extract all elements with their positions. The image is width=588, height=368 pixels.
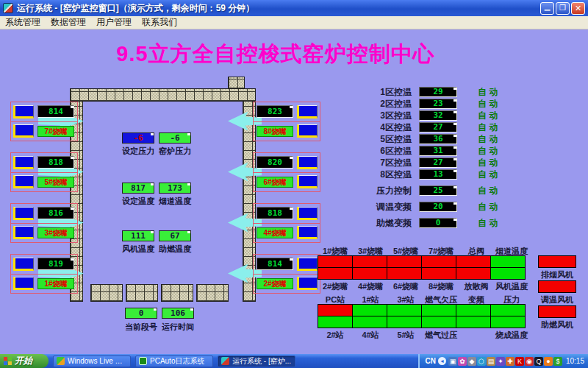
status-cell[interactable] <box>456 304 491 316</box>
auto-mode-button[interactable]: 自 动 <box>478 201 498 213</box>
status-cell[interactable] <box>421 255 456 268</box>
taskbar: 开始 Windows Live Mes... PCAuto日志系统 运行系统 -… <box>0 354 588 368</box>
diamond-icon[interactable]: ◆ <box>467 357 476 366</box>
status-cell[interactable] <box>387 255 422 268</box>
status-cell[interactable] <box>352 316 387 328</box>
fan-status-box[interactable] <box>538 280 576 293</box>
fan-label: 排烟风机 <box>537 269 578 280</box>
status-cell[interactable] <box>352 304 387 316</box>
burner-temp-display: 818 <box>257 207 293 219</box>
status-cell[interactable] <box>318 316 353 328</box>
menu-item-data-management[interactable]: 数据管理 <box>51 16 86 29</box>
status-cell[interactable] <box>318 255 353 268</box>
status-cell[interactable] <box>490 255 526 268</box>
set-temp-display: 817 <box>122 183 154 194</box>
control-value-display: 0 <box>419 218 457 228</box>
indicator-lamp <box>13 175 34 188</box>
indicator-lamp <box>13 226 34 239</box>
comb-temp-label: 助燃温度 <box>156 244 194 255</box>
burner-name-button[interactable]: 8#烧嘴 <box>257 126 293 137</box>
status-cell[interactable] <box>490 267 526 280</box>
control-value-display: 23 <box>419 99 457 109</box>
shield-icon[interactable]: ◉ <box>525 357 534 366</box>
auto-mode-button[interactable]: 自 动 <box>478 217 498 230</box>
indicator-lamp <box>13 124 34 138</box>
tray-chevron-icon[interactable] <box>438 357 446 365</box>
main-panel: 9.5立方全自控梭式窑炉控制中心 814 7#烧嘴 818 5#烧嘴 816 3… <box>0 29 588 354</box>
folder-icon[interactable]: ▤ <box>487 357 495 366</box>
kiln-wall-top <box>70 88 256 102</box>
window-title: 运行系统 - [窑炉监控窗口]（演示方式，剩余时间：59 分钟） <box>17 2 254 15</box>
penguin-icon[interactable]: Q <box>534 357 543 366</box>
coin-icon[interactable]: $ <box>553 357 562 366</box>
status-cell[interactable] <box>318 267 353 280</box>
status-cell[interactable] <box>456 255 491 268</box>
antivirus-icon[interactable]: K <box>515 357 524 366</box>
auto-mode-button[interactable]: 自 动 <box>478 185 498 197</box>
control-value-display: 27 <box>419 158 457 168</box>
auto-mode-button[interactable]: 自 动 <box>478 98 498 110</box>
status-cell[interactable] <box>352 267 387 280</box>
auto-mode-button[interactable]: 自 动 <box>478 86 498 99</box>
plus-icon[interactable]: ✚ <box>506 357 514 366</box>
minimize-button[interactable] <box>540 2 554 15</box>
burner-name-button[interactable]: 5#烧嘴 <box>37 177 74 188</box>
status-cell[interactable] <box>318 304 353 316</box>
flue-temp-label: 烟道温度 <box>156 196 194 207</box>
status-cell[interactable] <box>421 267 456 280</box>
indicator-lamp <box>297 277 318 290</box>
auto-mode-button[interactable]: 自 动 <box>478 110 498 122</box>
task-button-pcauto-log[interactable]: PCAuto日志系统 <box>135 355 213 367</box>
task-button-messenger[interactable]: Windows Live Mes... <box>53 355 131 367</box>
title-bar[interactable]: 运行系统 - [窑炉监控窗口]（演示方式，剩余时间：59 分钟） <box>0 0 588 16</box>
ball-icon[interactable]: ● <box>544 357 553 366</box>
indicator-lamp <box>13 277 34 290</box>
status-cell[interactable] <box>387 304 422 316</box>
menu-item-contact-us[interactable]: 联系我们 <box>142 16 177 29</box>
status-cell[interactable] <box>490 304 526 316</box>
fan-status-box[interactable] <box>538 255 576 268</box>
menu-item-user-management[interactable]: 用户管理 <box>96 16 132 29</box>
display-icon[interactable]: ▣ <box>448 357 457 366</box>
menu-item-system-management[interactable]: 系统管理 <box>5 16 40 29</box>
status-label: 1#站 <box>353 294 388 304</box>
runtime-system-icon <box>221 357 229 365</box>
burner-name-button[interactable]: 2#烧嘴 <box>257 278 293 289</box>
star-icon[interactable]: ✦ <box>496 357 505 366</box>
auto-mode-button[interactable]: 自 动 <box>478 121 498 134</box>
task-label: Windows Live Mes... <box>68 357 127 365</box>
status-cell[interactable] <box>387 316 422 328</box>
burner-name-button[interactable]: 6#烧嘴 <box>257 177 293 188</box>
burner-name-button[interactable]: 7#烧嘴 <box>37 126 74 137</box>
control-value-display: 25 <box>419 185 457 196</box>
status-cell[interactable] <box>387 267 422 280</box>
task-button-runtime-system[interactable]: 运行系统 - [窑炉... <box>218 355 295 367</box>
network-icon[interactable]: ⬡ <box>477 357 486 366</box>
auto-mode-button[interactable]: 自 动 <box>478 169 498 181</box>
burner-name-button[interactable]: 3#烧嘴 <box>37 227 74 238</box>
status-cell[interactable] <box>456 267 491 280</box>
auto-mode-button[interactable]: 自 动 <box>478 145 498 158</box>
status-cell[interactable] <box>456 316 491 328</box>
start-button[interactable]: 开始 <box>0 354 49 368</box>
restore-button[interactable] <box>556 2 570 15</box>
auto-mode-button[interactable]: 自 动 <box>478 133 498 146</box>
status-label: 烧成温度 <box>494 330 529 339</box>
language-indicator[interactable]: CN <box>426 357 436 365</box>
indicator-lamp <box>13 258 34 271</box>
status-cell[interactable] <box>421 316 456 328</box>
burner-module-5: 818 5#烧嘴 <box>10 152 78 192</box>
auto-mode-button[interactable]: 自 动 <box>478 157 498 169</box>
status-label: 7#烧嘴 <box>423 246 459 255</box>
close-button[interactable] <box>571 2 585 15</box>
status-cell[interactable] <box>352 255 387 268</box>
burner-name-button[interactable]: 4#烧嘴 <box>257 227 293 238</box>
status-cell[interactable] <box>421 304 456 316</box>
fan-status-box[interactable] <box>538 305 576 318</box>
burner-name-button[interactable]: 1#烧嘴 <box>37 278 74 289</box>
status-label: 1#烧嘴 <box>318 246 353 255</box>
control-value-display: 27 <box>419 122 457 132</box>
status-label: 8#烧嘴 <box>423 281 459 291</box>
status-cell[interactable] <box>490 316 526 328</box>
color-wheel-icon[interactable]: ✿ <box>458 357 467 366</box>
